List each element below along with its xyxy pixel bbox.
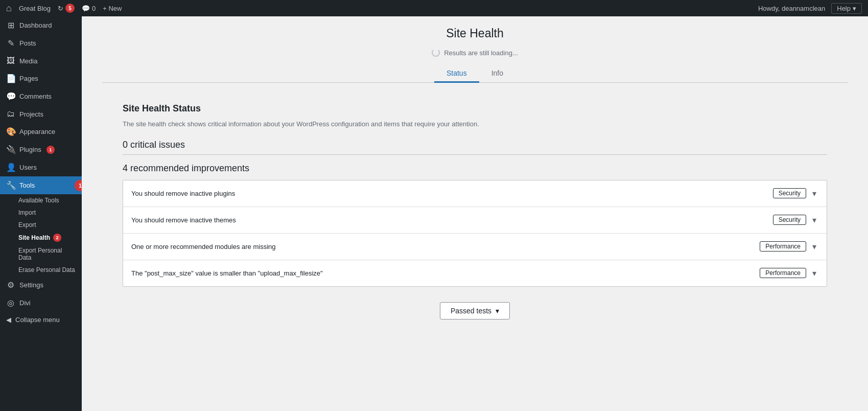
sidebar-item-label: Pages: [19, 75, 38, 82]
rec-chevron-1[interactable]: ▾: [810, 214, 818, 226]
rec-item-text-3: The "post_max_size" value is smaller tha…: [131, 269, 760, 277]
sidebar-item-tools[interactable]: 🔧 Tools 1: [0, 176, 82, 194]
tools-badge: 1: [75, 180, 82, 191]
tab-status[interactable]: Status: [434, 65, 479, 83]
rec-item-1[interactable]: You should remove inactive themes Securi…: [123, 207, 827, 234]
loading-indicator: Results are still loading...: [102, 49, 848, 57]
sidebar-item-projects[interactable]: 🗂 Projects: [0, 105, 82, 123]
main-layout: ⊞ Dashboard ✎ Posts 🖼 Media 📄 Pages 💬 Co…: [0, 16, 868, 411]
tools-icon: 🔧: [6, 180, 15, 190]
chevron-down-icon: ▾: [853, 5, 856, 12]
improvements-count: 4 recommended improvements: [123, 163, 827, 174]
submenu-erase-personal-data[interactable]: Erase Personal Data: [0, 264, 82, 276]
comments-badge[interactable]: 💬 0: [82, 5, 96, 12]
new-button[interactable]: + New: [103, 5, 122, 12]
sidebar-item-pages[interactable]: 📄 Pages: [0, 70, 82, 87]
plugins-badge: 1: [46, 146, 55, 154]
passed-tests-button[interactable]: Passed tests ▾: [440, 302, 510, 319]
projects-icon: 🗂: [6, 109, 15, 119]
sidebar-item-label: Settings: [19, 281, 43, 289]
sidebar-item-label: Projects: [19, 110, 43, 118]
sidebar-item-plugins[interactable]: 🔌 Plugins 1: [0, 141, 82, 158]
sidebar-item-comments[interactable]: 💬 Comments: [0, 87, 82, 105]
rec-item-right-0: Security ▾: [773, 188, 818, 199]
rec-item-text-2: One or more recommended modules are miss…: [131, 243, 760, 250]
rec-item-0[interactable]: You should remove inactive plugins Secur…: [123, 180, 827, 207]
section-desc: The site health check shows critical inf…: [123, 119, 827, 129]
sidebar-item-label: Users: [19, 164, 37, 171]
updates-count: 5: [65, 4, 75, 13]
rec-chevron-2[interactable]: ▾: [810, 241, 818, 253]
rec-tag-1: Security: [773, 215, 806, 225]
rec-item-right-1: Security ▾: [773, 214, 818, 226]
sidebar-item-label: Posts: [19, 39, 36, 47]
admin-bar-right: Howdy, deannamclean Help ▾: [758, 3, 862, 14]
passed-tests-container: Passed tests ▾: [123, 302, 827, 319]
rec-item-right-3: Performance ▾: [760, 267, 818, 279]
wp-icon[interactable]: ⌂: [6, 3, 12, 14]
updates-badge[interactable]: ↻ 5: [58, 4, 75, 13]
sidebar-item-divi[interactable]: ◎ Divi: [0, 294, 82, 312]
collapse-icon: ◀: [6, 316, 11, 324]
sidebar-item-label: Tools: [19, 181, 35, 189]
help-button[interactable]: Help ▾: [831, 3, 862, 14]
settings-icon: ⚙: [6, 280, 15, 290]
rec-tag-3: Performance: [760, 268, 806, 278]
pages-icon: 📄: [6, 74, 15, 83]
tools-submenu: Available Tools Import Export Site Healt…: [0, 194, 82, 276]
rec-item-text-0: You should remove inactive plugins: [131, 190, 773, 197]
section-content: Site Health Status The site health check…: [102, 83, 848, 340]
loading-circle-icon: [432, 49, 440, 57]
critical-issues-count: 0 critical issues: [123, 140, 827, 150]
admin-bar: ⌂ Great Blog ↻ 5 💬 0 + New Howdy, deanna…: [0, 0, 868, 16]
page-title: Site Health: [102, 27, 848, 40]
comments-icon: 💬: [6, 92, 15, 101]
dashboard-icon: ⊞: [6, 20, 15, 30]
rec-chevron-3[interactable]: ▾: [810, 267, 818, 279]
rec-item-2[interactable]: One or more recommended modules are miss…: [123, 234, 827, 260]
admin-bar-left: ⌂ Great Blog ↻ 5 💬 0 + New: [6, 3, 122, 14]
media-icon: 🖼: [6, 56, 15, 65]
site-name[interactable]: Great Blog: [19, 5, 51, 12]
rec-item-right-2: Performance ▾: [760, 241, 818, 253]
sidebar-item-label: Plugins: [19, 146, 41, 153]
recommendations-list: You should remove inactive plugins Secur…: [123, 180, 827, 287]
separator: [123, 154, 827, 155]
rec-tag-2: Performance: [760, 241, 806, 252]
sidebar-item-dashboard[interactable]: ⊞ Dashboard: [0, 16, 82, 34]
howdy-text: Howdy, deannamclean: [758, 5, 825, 12]
submenu-site-health[interactable]: Site Health 2: [0, 231, 82, 244]
site-health-badge: 2: [53, 234, 61, 242]
submenu-import[interactable]: Import: [0, 207, 82, 219]
passed-tests-chevron-icon: ▾: [496, 307, 499, 315]
loading-text: Results are still loading...: [444, 49, 518, 57]
content-area: Site Health Results are still loading...…: [82, 16, 868, 411]
sidebar-item-settings[interactable]: ⚙ Settings: [0, 276, 82, 294]
sidebar-item-label: Appearance: [19, 128, 55, 135]
rec-item-text-1: You should remove inactive themes: [131, 216, 773, 224]
posts-icon: ✎: [6, 38, 15, 48]
users-icon: 👤: [6, 163, 15, 172]
collapse-menu-button[interactable]: ◀ Collapse menu: [0, 312, 82, 328]
rec-tag-0: Security: [773, 188, 806, 198]
tabs: Status Info: [102, 65, 848, 83]
submenu-available-tools[interactable]: Available Tools: [0, 194, 82, 207]
sidebar-item-label: Media: [19, 57, 37, 65]
sidebar-item-label: Dashboard: [19, 21, 52, 29]
sidebar-item-label: Divi: [19, 299, 31, 307]
sidebar-item-users[interactable]: 👤 Users: [0, 158, 82, 176]
sidebar-item-media[interactable]: 🖼 Media: [0, 52, 82, 70]
rec-chevron-0[interactable]: ▾: [810, 188, 818, 199]
section-title: Site Health Status: [123, 103, 827, 114]
divi-icon: ◎: [6, 298, 15, 308]
sidebar-item-appearance[interactable]: 🎨 Appearance: [0, 123, 82, 141]
submenu-export[interactable]: Export: [0, 219, 82, 231]
plugins-icon: 🔌: [6, 145, 15, 154]
submenu-export-personal-data[interactable]: Export Personal Data: [0, 244, 82, 264]
appearance-icon: 🎨: [6, 127, 15, 136]
sidebar: ⊞ Dashboard ✎ Posts 🖼 Media 📄 Pages 💬 Co…: [0, 16, 82, 411]
rec-item-3[interactable]: The "post_max_size" value is smaller tha…: [123, 260, 827, 286]
sidebar-item-label: Comments: [19, 93, 52, 100]
tab-info[interactable]: Info: [479, 65, 515, 83]
sidebar-item-posts[interactable]: ✎ Posts: [0, 34, 82, 52]
